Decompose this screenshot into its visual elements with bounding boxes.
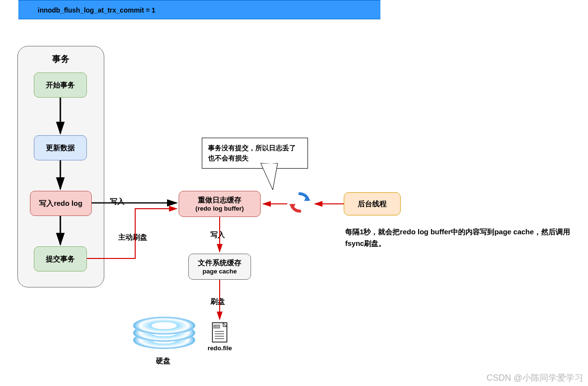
callout: 事务没有提交，所以日志丢了也不会有损失 xyxy=(202,138,308,169)
edge-active-flush: 主动刷盘 xyxy=(118,233,147,242)
page-cache-l1: 文件系统缓存 xyxy=(198,258,241,268)
node-update: 更新数据 xyxy=(34,135,87,160)
page-cache-l2: page cache xyxy=(203,268,237,275)
node-begin: 开始事务 xyxy=(34,72,87,98)
node-page-cache: 文件系统缓存 page cache xyxy=(188,254,251,280)
header-bar: innodb_flush_log_at_trx_commit = 1 xyxy=(18,0,380,19)
file-icon: LOG xyxy=(211,322,229,343)
node-commit: 提交事务 xyxy=(34,246,87,272)
edge-write-in: 写入 xyxy=(110,197,125,206)
refresh-icon xyxy=(288,191,311,214)
svg-text:LOG: LOG xyxy=(214,325,220,328)
redo-buffer-l1: 重做日志缓存 xyxy=(198,196,241,205)
node-write-redo: 写入redo log xyxy=(30,191,92,216)
edge-flush-disk: 刷盘 xyxy=(210,297,225,306)
node-bg-thread: 后台线程 xyxy=(344,192,401,215)
file-label: redo.file xyxy=(208,344,232,352)
node-redo-buffer: 重做日志缓存 (redo log buffer) xyxy=(179,191,261,217)
edge-write-in2: 写入 xyxy=(210,230,225,240)
disk-label: 硬盘 xyxy=(156,357,170,366)
tx-group-title: 事务 xyxy=(18,53,104,65)
bg-desc: 每隔1秒，就会把redo log buffer中的内容写到page cache，… xyxy=(345,226,582,249)
redo-buffer-l2: (redo log buffer) xyxy=(196,205,244,212)
watermark: CSDN @小陈同学爱学习 xyxy=(487,372,583,384)
